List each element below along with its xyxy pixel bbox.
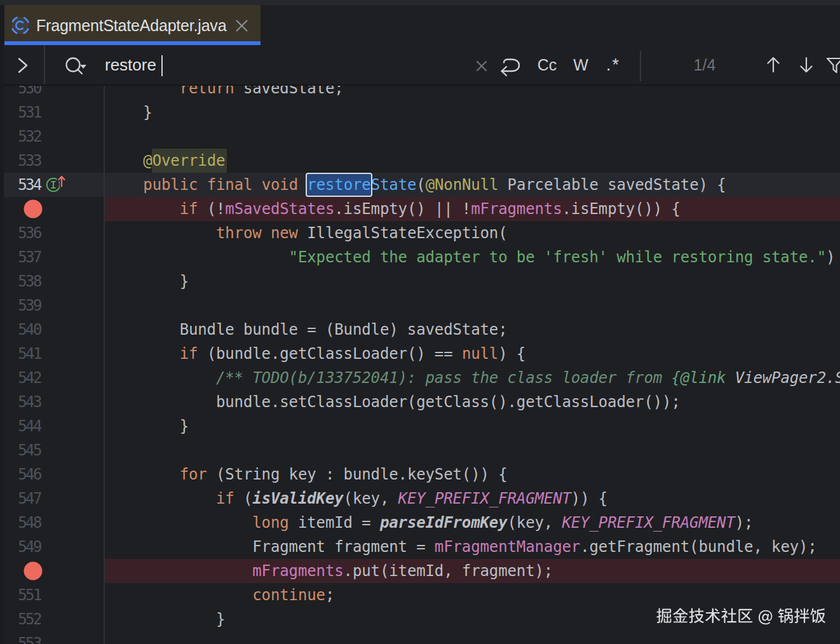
text-cursor xyxy=(161,55,163,76)
newline-icon[interactable] xyxy=(499,57,521,77)
code-line[interactable]: continue; xyxy=(107,583,840,607)
toolbar-edge xyxy=(0,0,840,5)
close-icon[interactable] xyxy=(235,19,248,32)
code-line[interactable] xyxy=(107,631,840,644)
code-line[interactable] xyxy=(107,438,840,462)
breakpoint-icon[interactable] xyxy=(24,200,43,218)
code-line[interactable]: /** TODO(b/133752041): pass the class lo… xyxy=(107,366,840,390)
gutter-icons xyxy=(0,86,104,644)
code-line[interactable]: @Override xyxy=(107,149,840,173)
code-line[interactable]: throw new IllegalStateException( xyxy=(107,221,840,245)
search-divider xyxy=(44,45,45,84)
code-line[interactable]: "Expected the adapter to be 'fresh' whil… xyxy=(107,245,840,269)
clear-search-icon[interactable] xyxy=(476,60,487,72)
code-editor[interactable]: 5305315325335345355365375385395405415425… xyxy=(0,86,840,644)
implements-method-icon[interactable] xyxy=(47,177,65,191)
code-line[interactable]: return savedState; xyxy=(107,86,840,100)
editor-tab[interactable]: FragmentStateAdapter.java xyxy=(4,5,261,41)
words-button[interactable]: W xyxy=(568,45,593,84)
code-line[interactable]: if (!mSavedStates.isEmpty() || !mFragmen… xyxy=(107,197,840,221)
previous-match-icon[interactable] xyxy=(765,56,782,74)
gutter-separator xyxy=(104,86,105,644)
code-line[interactable]: mFragments.put(itemId, fragment); xyxy=(107,559,840,583)
regex-button[interactable]: .* xyxy=(599,45,628,84)
code-line[interactable]: Fragment fragment = mFragmentManager.get… xyxy=(107,535,840,559)
breakpoint-icon[interactable] xyxy=(24,562,43,580)
expand-search-chevron-icon[interactable] xyxy=(16,57,30,74)
code-line[interactable]: if (bundle.getClassLoader() == null) { xyxy=(107,342,840,366)
search-input[interactable]: restore xyxy=(105,45,156,84)
code-line[interactable]: for (String key : bundle.keySet()) { xyxy=(107,462,840,486)
code-line[interactable]: public final void restoreState(@NonNull … xyxy=(107,173,840,197)
code-line[interactable] xyxy=(107,124,840,149)
window-left-edge xyxy=(0,5,4,86)
match-case-button[interactable]: Cc xyxy=(532,45,562,84)
abstract-class-icon xyxy=(10,15,30,36)
code-line[interactable]: } xyxy=(107,414,840,438)
search-icon[interactable] xyxy=(62,54,89,77)
code-line[interactable]: if (isValidKey(key, KEY_PREFIX_FRAGMENT)… xyxy=(107,486,840,511)
tab-title: FragmentStateAdapter.java xyxy=(36,17,226,35)
code-line[interactable]: long itemId = parseIdFromKey(key, KEY_PR… xyxy=(107,511,840,535)
code-line[interactable]: } xyxy=(107,269,840,293)
watermark xyxy=(656,605,829,627)
filter-icon[interactable] xyxy=(826,57,840,74)
code-lines: return savedState; } @Override public fi… xyxy=(107,86,840,644)
code-line[interactable] xyxy=(107,293,840,318)
code-line[interactable]: Bundle bundle = (Bundle) savedState; xyxy=(107,318,840,342)
code-line[interactable]: } xyxy=(107,100,840,124)
next-match-icon[interactable] xyxy=(798,56,815,74)
search-divider-2 xyxy=(640,51,641,81)
code-line[interactable]: bundle.setClassLoader(getClass().getClas… xyxy=(107,390,840,414)
search-results-count: 1/4 xyxy=(676,45,733,84)
ide-window: FragmentStateAdapter.java restore Cc W .… xyxy=(0,0,840,644)
